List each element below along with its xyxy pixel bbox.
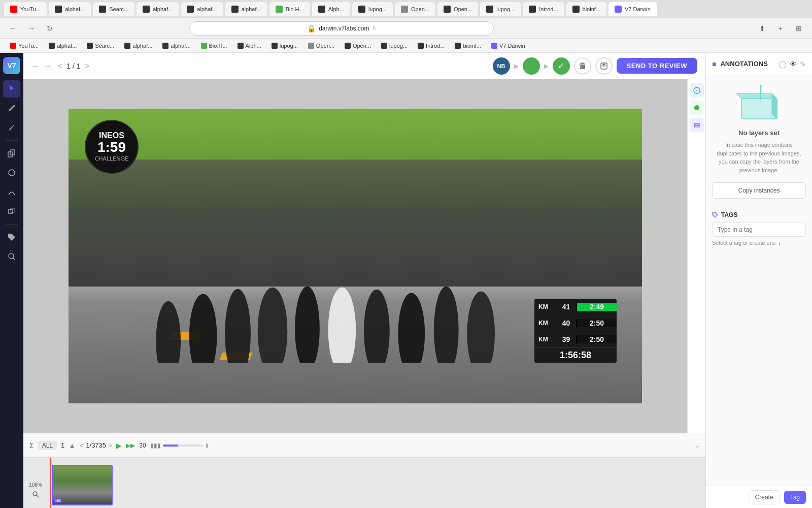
tag-tool[interactable] xyxy=(3,229,20,246)
all-filter[interactable]: ALL xyxy=(38,441,57,450)
bookmark-lupog[interactable]: lupog... xyxy=(267,42,302,50)
tag-icon xyxy=(8,233,16,241)
toolbar-divider-1 xyxy=(6,140,18,141)
tab-youtube[interactable]: YouTu... xyxy=(4,2,47,16)
tags-input-field[interactable] xyxy=(712,223,806,237)
create-button[interactable]: Create xyxy=(749,490,780,504)
github-favicon-7 xyxy=(358,6,365,13)
tab-alphaf-3[interactable]: alphaf... xyxy=(181,2,223,16)
km-num-40: 40 xyxy=(556,319,576,327)
info-tool[interactable]: i xyxy=(690,83,704,98)
bookmark-lupog-2[interactable]: lupog... xyxy=(377,42,412,50)
circle-tool[interactable] xyxy=(3,164,20,181)
github-icon-2 xyxy=(87,43,93,49)
annotation-edit-toggle[interactable]: ✎ xyxy=(800,60,806,68)
bioh-icon xyxy=(201,43,207,49)
delete-button[interactable]: 🗑 xyxy=(574,57,591,75)
zoom-search-icon xyxy=(32,491,39,498)
tab-lupog-2[interactable]: lupog... xyxy=(480,2,521,16)
bookmark-alphaf-3[interactable]: alphaf... xyxy=(158,42,194,50)
tab-alph[interactable]: Alph... xyxy=(312,2,350,16)
copy-instances-button[interactable]: Copy instances xyxy=(712,182,806,199)
tags-header: TAGS xyxy=(712,211,806,218)
canvas-bottom-bar: Σ ALL 1 ▲ < 1/3735 > ▶ ▶▶ 30 ▮▮▮ ▮ ⌄ xyxy=(23,433,705,457)
annotation-eye-toggle[interactable]: 👁 xyxy=(790,60,797,68)
tag-button[interactable]: Tag xyxy=(784,491,806,504)
tab-open-1[interactable]: Open... xyxy=(395,2,435,16)
tab-bioinf[interactable]: bioinf... xyxy=(566,2,606,16)
sort-up-icon[interactable]: ▲ xyxy=(69,441,76,450)
tab-search[interactable]: Searc... xyxy=(93,2,134,16)
github-icon-8 xyxy=(455,43,461,49)
tab-darwin[interactable]: V7 Darwin xyxy=(608,2,657,16)
playback-slider[interactable]: ▮▮▮ ▮ xyxy=(150,442,209,449)
bookmark-alph[interactable]: Alph... xyxy=(233,42,265,50)
tab-bioh[interactable]: Bio.H... xyxy=(269,2,310,16)
tab-open-2[interactable]: Open... xyxy=(437,2,478,16)
bookmark-search[interactable]: Searc... xyxy=(83,42,118,50)
canvas-image-container[interactable]: INEOS 1:59 CHALLENGE KM 41 xyxy=(23,79,687,433)
send-to-review-button[interactable]: SEND TO REVIEW xyxy=(617,58,697,74)
pen-tool[interactable] xyxy=(3,100,20,117)
bookmark-label-10: Open... xyxy=(353,43,371,49)
refresh-button[interactable]: ↻ xyxy=(43,21,57,36)
bookmark-open-2[interactable]: Open... xyxy=(341,42,375,50)
app-logo[interactable]: V7 xyxy=(3,57,20,74)
prev-frame-button[interactable]: < xyxy=(80,441,84,450)
cursor-tool[interactable] xyxy=(3,80,20,98)
path-tool[interactable] xyxy=(3,183,20,201)
undo-button[interactable]: ← xyxy=(31,61,40,71)
thumbnail-selected[interactable]: NB xyxy=(52,465,113,505)
bookmark-alphaf-2[interactable]: alphaf... xyxy=(120,42,156,50)
bookmark-darwin[interactable]: V7 Darwin xyxy=(487,42,529,50)
nav-actions: ⬆ + ⊞ xyxy=(755,21,806,36)
thumb-image-1: NB xyxy=(53,466,112,504)
color-icon xyxy=(693,104,700,111)
km-label-39: KM xyxy=(534,336,556,343)
forward-button[interactable]: → xyxy=(24,21,39,36)
fast-forward-button[interactable]: ▶▶ xyxy=(126,442,135,449)
share-button[interactable]: ⬆ xyxy=(755,21,769,36)
slider-track[interactable] xyxy=(163,444,204,447)
search-tool[interactable] xyxy=(3,248,20,265)
new-tab-button[interactable]: + xyxy=(773,21,788,36)
play-button[interactable]: ▶ xyxy=(116,441,122,450)
tab-alphaf-4[interactable]: alphaf... xyxy=(225,2,267,16)
canvas-with-tools: INEOS 1:59 CHALLENGE KM 41 xyxy=(23,79,705,433)
tab-intro[interactable]: Introd... xyxy=(523,2,564,16)
bookmark-label-12: Introd... xyxy=(426,43,445,49)
grid-button[interactable]: ⊞ xyxy=(792,21,806,36)
bookmark-youtube[interactable]: YouTu... xyxy=(6,42,43,50)
annotation-circle-toggle[interactable]: ◯ xyxy=(779,60,787,68)
brush-tool[interactable] xyxy=(3,119,20,136)
copy-tool[interactable] xyxy=(3,145,20,162)
tab-label-8: lupog... xyxy=(368,6,387,12)
tab-lupog[interactable]: lupog... xyxy=(352,2,393,16)
bookmark-bioh[interactable]: Bio.H... xyxy=(197,42,231,50)
prev-page-button[interactable]: < xyxy=(58,61,62,71)
address-bar[interactable]: 🔒 darwin.v7labs.com ↻ xyxy=(189,21,494,36)
next-frame-button[interactable]: > xyxy=(108,441,112,450)
bookmark-bioinf[interactable]: bioinf... xyxy=(451,42,485,50)
back-button[interactable]: ← xyxy=(6,21,20,36)
github-favicon-1 xyxy=(55,6,62,13)
expand-icon[interactable]: ⌄ xyxy=(694,442,699,449)
color-tool[interactable] xyxy=(690,101,704,115)
svg-point-9 xyxy=(189,294,217,363)
suggestion-arrow: ↓ xyxy=(778,240,781,246)
bookmark-open-1[interactable]: Open... xyxy=(304,42,339,50)
youtube-icon xyxy=(10,43,16,49)
bookmark-alphaf-1[interactable]: alphaf... xyxy=(45,42,81,50)
tab-alphaf-1[interactable]: alphaf... xyxy=(49,2,91,16)
next-page-button[interactable]: > xyxy=(85,61,89,71)
layer-tool[interactable] xyxy=(690,118,704,132)
tab-label-3: alphaf... xyxy=(153,6,173,12)
svg-point-8 xyxy=(156,301,181,363)
redo-button[interactable]: → xyxy=(44,61,52,71)
bookmark-intro[interactable]: Introd... xyxy=(414,42,449,50)
tab-alphaf-2[interactable]: alphaf... xyxy=(137,2,179,16)
bookmark-label-7: Alph... xyxy=(246,43,261,49)
share-annotation-button[interactable] xyxy=(595,57,613,75)
box-tool[interactable] xyxy=(3,203,20,220)
copy-icon xyxy=(8,149,16,157)
